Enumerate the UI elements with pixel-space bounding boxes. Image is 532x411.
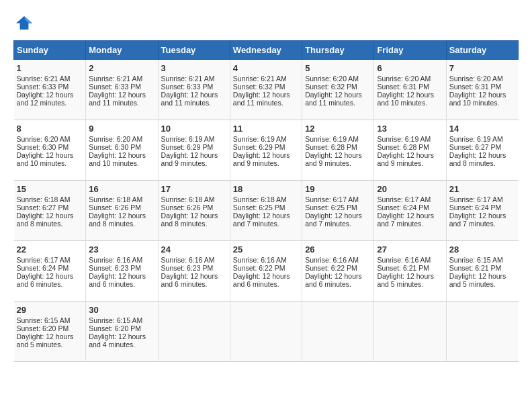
sunrise: Sunrise: 6:21 AM — [17, 75, 71, 83]
calendar-cell: 2Sunrise: 6:21 AMSunset: 6:33 PMDaylight… — [86, 60, 158, 120]
sunrise: Sunrise: 6:19 AM — [377, 135, 431, 143]
day-number: 7 — [449, 63, 516, 73]
daylight: Daylight: 12 hours and 5 minutes. — [449, 272, 506, 288]
calendar-week-row: 22Sunrise: 6:17 AMSunset: 6:24 PMDayligh… — [14, 241, 519, 302]
daylight: Daylight: 12 hours and 6 minutes. — [305, 272, 362, 288]
daylight: Daylight: 12 hours and 11 minutes. — [161, 91, 218, 107]
sunset: Sunset: 6:32 PM — [233, 83, 285, 91]
calendar-cell: 5Sunrise: 6:20 AMSunset: 6:32 PMDaylight… — [302, 60, 374, 120]
daylight: Daylight: 12 hours and 7 minutes. — [305, 212, 362, 228]
calendar-cell: 11Sunrise: 6:19 AMSunset: 6:29 PMDayligh… — [230, 120, 302, 181]
daylight: Daylight: 12 hours and 9 minutes. — [305, 151, 362, 167]
day-number: 27 — [377, 244, 443, 255]
sunrise: Sunrise: 6:15 AM — [17, 316, 71, 324]
sunset: Sunset: 6:33 PM — [161, 83, 214, 91]
sunset: Sunset: 6:23 PM — [89, 264, 141, 272]
daylight: Daylight: 12 hours and 11 minutes. — [305, 91, 362, 107]
day-number: 11 — [233, 124, 299, 134]
sunrise: Sunrise: 6:20 AM — [89, 135, 142, 143]
sunrise: Sunrise: 6:16 AM — [305, 256, 359, 264]
sunset: Sunset: 6:29 PM — [233, 143, 285, 151]
daylight: Daylight: 12 hours and 4 minutes. — [89, 332, 146, 349]
calendar-cell: 23Sunrise: 6:16 AMSunset: 6:23 PMDayligh… — [86, 241, 158, 302]
logo-icon — [13, 13, 35, 35]
day-number: 16 — [89, 184, 154, 194]
calendar-cell: 21Sunrise: 6:17 AMSunset: 6:24 PMDayligh… — [446, 181, 518, 241]
calendar-week-row: 8Sunrise: 6:20 AMSunset: 6:30 PMDaylight… — [14, 120, 519, 181]
day-number: 29 — [17, 305, 83, 315]
sunset: Sunset: 6:28 PM — [305, 143, 357, 151]
daylight: Daylight: 12 hours and 10 minutes. — [17, 151, 74, 167]
day-number: 18 — [233, 184, 299, 194]
logo — [13, 13, 38, 35]
day-number: 20 — [377, 184, 443, 194]
day-number: 2 — [89, 63, 154, 73]
daylight: Daylight: 12 hours and 10 minutes. — [449, 91, 506, 107]
day-number: 24 — [161, 244, 227, 255]
daylight: Daylight: 12 hours and 6 minutes. — [17, 272, 74, 288]
sunrise: Sunrise: 6:19 AM — [305, 135, 359, 143]
day-number: 25 — [233, 244, 299, 255]
page-header — [13, 13, 519, 35]
day-number: 17 — [161, 184, 227, 194]
calendar-cell: 30Sunrise: 6:15 AMSunset: 6:20 PMDayligh… — [86, 302, 158, 362]
calendar-cell: 27Sunrise: 6:16 AMSunset: 6:21 PMDayligh… — [374, 241, 446, 302]
calendar-cell: 10Sunrise: 6:19 AMSunset: 6:29 PMDayligh… — [158, 120, 230, 181]
calendar-cell: 7Sunrise: 6:20 AMSunset: 6:31 PMDaylight… — [446, 60, 518, 120]
day-number: 9 — [89, 124, 154, 134]
daylight: Daylight: 12 hours and 5 minutes. — [17, 332, 74, 349]
sunset: Sunset: 6:32 PM — [305, 83, 357, 91]
sunset: Sunset: 6:22 PM — [233, 264, 285, 272]
calendar-cell: 1Sunrise: 6:21 AMSunset: 6:33 PMDaylight… — [14, 60, 86, 120]
sunset: Sunset: 6:22 PM — [305, 264, 357, 272]
sunrise: Sunrise: 6:17 AM — [17, 256, 71, 264]
calendar-cell — [158, 302, 230, 362]
daylight: Daylight: 12 hours and 6 minutes. — [233, 272, 290, 288]
day-number: 28 — [449, 244, 516, 255]
sunset: Sunset: 6:25 PM — [305, 203, 357, 212]
sunset: Sunset: 6:29 PM — [161, 143, 214, 151]
sunset: Sunset: 6:24 PM — [449, 203, 502, 212]
calendar-cell: 6Sunrise: 6:20 AMSunset: 6:31 PMDaylight… — [374, 60, 446, 120]
header-thursday: Thursday — [302, 41, 374, 60]
sunrise: Sunrise: 6:20 AM — [17, 135, 71, 143]
daylight: Daylight: 12 hours and 12 minutes. — [17, 91, 74, 107]
calendar-cell: 24Sunrise: 6:16 AMSunset: 6:23 PMDayligh… — [158, 241, 230, 302]
sunrise: Sunrise: 6:16 AM — [89, 256, 142, 264]
calendar-cell — [446, 302, 518, 362]
sunrise: Sunrise: 6:15 AM — [449, 256, 503, 264]
sunrise: Sunrise: 6:20 AM — [377, 75, 431, 83]
sunset: Sunset: 6:30 PM — [17, 143, 69, 151]
day-number: 15 — [17, 184, 83, 194]
calendar-cell: 4Sunrise: 6:21 AMSunset: 6:32 PMDaylight… — [230, 60, 302, 120]
daylight: Daylight: 12 hours and 9 minutes. — [377, 151, 434, 167]
sunrise: Sunrise: 6:18 AM — [89, 195, 142, 203]
calendar-cell: 3Sunrise: 6:21 AMSunset: 6:33 PMDaylight… — [158, 60, 230, 120]
day-number: 23 — [89, 244, 154, 255]
daylight: Daylight: 12 hours and 8 minutes. — [161, 212, 218, 228]
day-number: 21 — [449, 184, 516, 194]
daylight: Daylight: 12 hours and 7 minutes. — [233, 212, 290, 228]
sunrise: Sunrise: 6:21 AM — [233, 75, 287, 83]
calendar-header-row: SundayMondayTuesdayWednesdayThursdayFrid… — [14, 41, 519, 60]
daylight: Daylight: 12 hours and 6 minutes. — [161, 272, 218, 288]
sunset: Sunset: 6:21 PM — [377, 264, 429, 272]
header-friday: Friday — [374, 41, 446, 60]
sunrise: Sunrise: 6:16 AM — [377, 256, 431, 264]
calendar-table: SundayMondayTuesdayWednesdayThursdayFrid… — [13, 40, 519, 362]
daylight: Daylight: 12 hours and 8 minutes. — [89, 212, 146, 228]
daylight: Daylight: 12 hours and 7 minutes. — [449, 212, 506, 228]
sunset: Sunset: 6:27 PM — [17, 203, 69, 212]
day-number: 26 — [305, 244, 371, 255]
sunrise: Sunrise: 6:20 AM — [449, 75, 503, 83]
calendar-cell: 25Sunrise: 6:16 AMSunset: 6:22 PMDayligh… — [230, 241, 302, 302]
calendar-week-row: 15Sunrise: 6:18 AMSunset: 6:27 PMDayligh… — [14, 181, 519, 241]
calendar-cell: 14Sunrise: 6:19 AMSunset: 6:27 PMDayligh… — [446, 120, 518, 181]
day-number: 1 — [17, 63, 83, 73]
header-wednesday: Wednesday — [230, 41, 302, 60]
calendar-cell: 13Sunrise: 6:19 AMSunset: 6:28 PMDayligh… — [374, 120, 446, 181]
sunrise: Sunrise: 6:16 AM — [233, 256, 287, 264]
header-tuesday: Tuesday — [158, 41, 230, 60]
sunset: Sunset: 6:26 PM — [161, 203, 214, 212]
sunset: Sunset: 6:20 PM — [17, 324, 69, 332]
